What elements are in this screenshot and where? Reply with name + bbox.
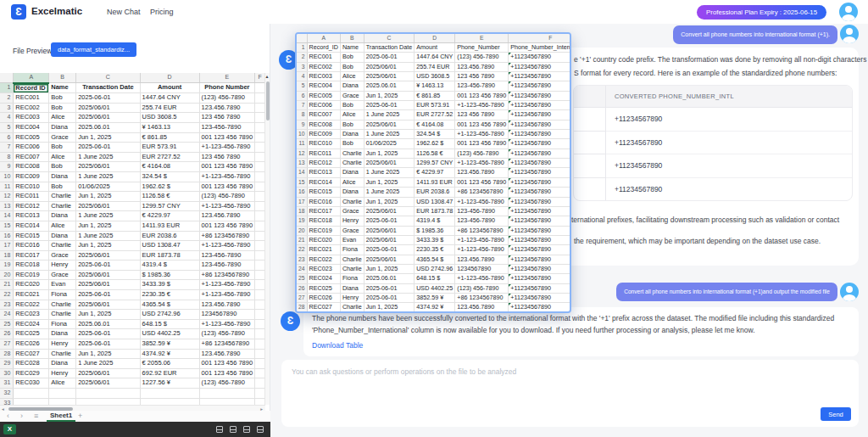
- row-number[interactable]: 18: [0, 250, 14, 261]
- cell[interactable]: REC003: [307, 72, 340, 81]
- cell[interactable]: Record ID: [14, 83, 49, 93]
- cell[interactable]: 2025-06-01: [364, 216, 414, 226]
- cell[interactable]: [255, 162, 265, 172]
- horizontal-scrollbar[interactable]: ◂ ▸: [0, 405, 265, 411]
- cell[interactable]: 001 123 456 7890: [455, 312, 509, 313]
- nav-item-pricing[interactable]: Pricing: [150, 8, 174, 16]
- cell[interactable]: 1 June 2025: [364, 188, 414, 197]
- cell[interactable]: [255, 192, 265, 202]
- cell[interactable]: Diana: [340, 188, 364, 197]
- cell[interactable]: Diana: [49, 211, 76, 221]
- cell[interactable]: 001 123 456 7890: [199, 132, 254, 143]
- cell[interactable]: REC004: [14, 122, 49, 132]
- cell[interactable]: 1962.62 $: [415, 139, 455, 148]
- cell[interactable]: 2025.06.01: [364, 81, 414, 91]
- cell[interactable]: +11234567890: [509, 120, 571, 129]
- row-number[interactable]: 26: [0, 329, 14, 339]
- book-view-icon[interactable]: [243, 426, 250, 433]
- cell[interactable]: REC004: [307, 81, 340, 91]
- cell[interactable]: 1962.62 $: [140, 182, 199, 192]
- row-number[interactable]: 5: [0, 122, 14, 132]
- cell[interactable]: Jun 1, 2025: [364, 148, 414, 158]
- cell[interactable]: REC014: [14, 221, 49, 231]
- cell[interactable]: Jun 1, 2025: [76, 310, 140, 320]
- cell[interactable]: REC025: [14, 329, 49, 339]
- row-number[interactable]: 9: [0, 162, 14, 172]
- cell[interactable]: 2230.35 €: [140, 290, 199, 300]
- cell[interactable]: 4365.54 $: [140, 300, 199, 310]
- row-number[interactable]: 1: [0, 83, 14, 93]
- row-number[interactable]: 10: [297, 130, 307, 139]
- select-all-corner[interactable]: [0, 73, 14, 83]
- cell[interactable]: 3852.59 ¥: [415, 293, 455, 302]
- cell[interactable]: +11234567890: [509, 274, 571, 283]
- cell[interactable]: ¥ 1463.13: [140, 122, 199, 132]
- cell[interactable]: +86 1234567890: [199, 231, 254, 241]
- cell[interactable]: [255, 349, 265, 359]
- cell[interactable]: [49, 398, 76, 405]
- cell[interactable]: 123 456 7890: [455, 110, 509, 120]
- cell[interactable]: 2025/06/01: [364, 62, 414, 71]
- cell[interactable]: [76, 398, 140, 405]
- cell[interactable]: 2025-06-01: [76, 93, 140, 104]
- column-header[interactable]: B: [49, 73, 76, 83]
- row-number[interactable]: 7: [297, 101, 307, 110]
- cell[interactable]: REC005: [307, 91, 340, 100]
- cell[interactable]: [255, 241, 265, 251]
- cell[interactable]: [199, 389, 254, 399]
- cell[interactable]: 1 June 2025: [76, 171, 140, 182]
- cell[interactable]: 123-456-7890: [455, 81, 509, 91]
- cell[interactable]: REC015: [14, 231, 49, 241]
- cell[interactable]: $ 1985.36: [140, 270, 199, 280]
- cell[interactable]: 2025/06/01: [364, 226, 414, 235]
- cell[interactable]: Alice: [340, 110, 364, 120]
- cell[interactable]: Record_ID: [307, 43, 340, 53]
- cell[interactable]: 2025/06/01: [76, 368, 140, 378]
- cell[interactable]: Bob: [340, 62, 364, 71]
- cell[interactable]: EUR 573.91: [140, 143, 199, 153]
- cell[interactable]: USD 2742.96: [415, 264, 455, 273]
- cell[interactable]: Name: [340, 43, 364, 53]
- row-number[interactable]: 20: [0, 270, 14, 280]
- cell[interactable]: [255, 300, 265, 310]
- cell[interactable]: 2025-06-01: [76, 143, 140, 153]
- cell[interactable]: [49, 389, 76, 399]
- cell[interactable]: Fiona: [340, 245, 364, 255]
- scroll-thumb[interactable]: [266, 81, 270, 120]
- cell[interactable]: 2025-06-01: [364, 293, 414, 302]
- cell[interactable]: [255, 359, 265, 369]
- cell[interactable]: REC013: [14, 211, 49, 221]
- cell[interactable]: [255, 143, 265, 153]
- cell[interactable]: Charlie: [49, 241, 76, 251]
- cell[interactable]: 2025.06.01: [76, 319, 140, 329]
- row-number[interactable]: 2: [0, 93, 14, 104]
- cell[interactable]: [76, 389, 140, 399]
- column-header[interactable]: A: [307, 34, 340, 43]
- cell[interactable]: +11234567890: [509, 293, 571, 302]
- cell[interactable]: 4319.4 $: [415, 216, 455, 226]
- cell[interactable]: [14, 389, 49, 399]
- row-number[interactable]: 14: [297, 168, 307, 177]
- row-number[interactable]: 6: [297, 91, 307, 100]
- row-number[interactable]: 19: [297, 216, 307, 226]
- cell[interactable]: Diana: [49, 231, 76, 241]
- cell[interactable]: 123 456 7890: [199, 113, 254, 123]
- cell[interactable]: 1 June 2025: [76, 359, 140, 369]
- cell[interactable]: Grace: [340, 91, 364, 100]
- cell[interactable]: +1-123-456-7890: [455, 245, 509, 255]
- row-number[interactable]: 17: [0, 241, 14, 251]
- cell[interactable]: Diana: [340, 81, 364, 91]
- cell[interactable]: +11234567890: [509, 148, 571, 158]
- cell[interactable]: € 861.85: [140, 132, 199, 143]
- cell[interactable]: 123.456.7890: [199, 349, 254, 359]
- cell[interactable]: +1-123-456-7890: [455, 159, 509, 168]
- cell[interactable]: +11234567890: [509, 110, 571, 120]
- cell[interactable]: Bob: [49, 162, 76, 172]
- cell[interactable]: 648.15 $: [140, 319, 199, 329]
- cell[interactable]: (123) 456-7890: [455, 148, 509, 158]
- cell[interactable]: REC002: [14, 103, 49, 113]
- row-number[interactable]: 9: [297, 120, 307, 129]
- cell[interactable]: USD 3608.5: [415, 72, 455, 81]
- column-header[interactable]: F: [255, 73, 265, 83]
- cell[interactable]: Fiona: [49, 290, 76, 300]
